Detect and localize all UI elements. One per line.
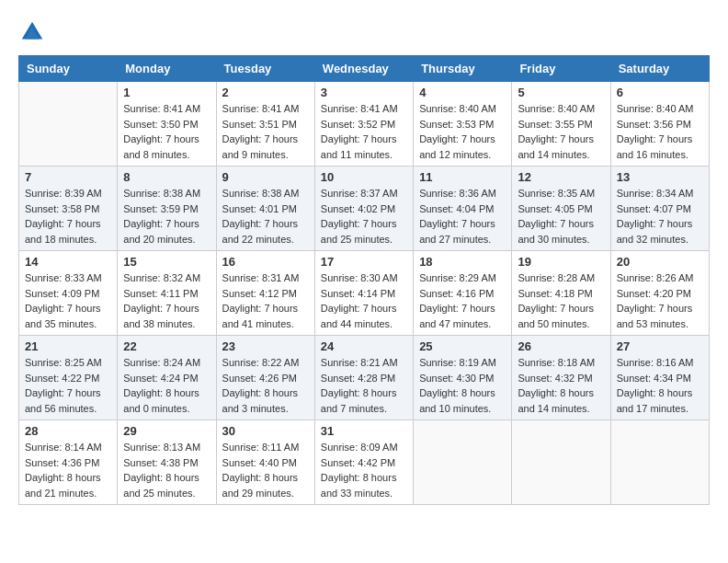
day-number: 12 — [518, 170, 604, 184]
day-info: Sunrise: 8:35 AMSunset: 4:05 PMDaylight:… — [518, 186, 604, 247]
day-number: 19 — [518, 255, 604, 269]
day-number: 11 — [419, 170, 506, 184]
calendar-cell: 27Sunrise: 8:16 AMSunset: 4:34 PMDayligh… — [610, 336, 709, 420]
day-info: Sunrise: 8:40 AMSunset: 3:55 PMDaylight:… — [518, 101, 604, 162]
day-info: Sunrise: 8:31 AMSunset: 4:12 PMDaylight:… — [222, 270, 309, 331]
calendar-cell: 21Sunrise: 8:25 AMSunset: 4:22 PMDayligh… — [19, 336, 118, 420]
day-number: 24 — [321, 339, 407, 353]
day-number: 15 — [123, 255, 210, 269]
calendar-cell: 22Sunrise: 8:24 AMSunset: 4:24 PMDayligh… — [118, 336, 216, 420]
calendar-cell: 23Sunrise: 8:22 AMSunset: 4:26 PMDayligh… — [216, 336, 314, 420]
day-info: Sunrise: 8:41 AMSunset: 3:50 PMDaylight:… — [123, 101, 210, 162]
calendar-cell: 6Sunrise: 8:40 AMSunset: 3:56 PMDaylight… — [610, 82, 709, 167]
day-number: 29 — [123, 424, 210, 438]
day-info: Sunrise: 8:25 AMSunset: 4:22 PMDaylight:… — [25, 355, 111, 416]
day-number: 10 — [321, 170, 407, 184]
calendar-cell: 12Sunrise: 8:35 AMSunset: 4:05 PMDayligh… — [512, 167, 610, 251]
calendar-week-row: 21Sunrise: 8:25 AMSunset: 4:22 PMDayligh… — [19, 336, 710, 420]
calendar-cell: 13Sunrise: 8:34 AMSunset: 4:07 PMDayligh… — [610, 167, 709, 251]
calendar-cell: 29Sunrise: 8:13 AMSunset: 4:38 PMDayligh… — [118, 420, 216, 505]
day-number: 9 — [222, 170, 309, 184]
day-info: Sunrise: 8:36 AMSunset: 4:04 PMDaylight:… — [419, 186, 506, 247]
day-number: 28 — [25, 424, 111, 438]
day-of-week-thursday: Thursday — [414, 56, 512, 82]
day-number: 17 — [321, 255, 407, 269]
day-number: 21 — [25, 339, 111, 353]
calendar-week-row: 14Sunrise: 8:33 AMSunset: 4:09 PMDayligh… — [19, 251, 710, 336]
calendar-cell: 2Sunrise: 8:41 AMSunset: 3:51 PMDaylight… — [216, 82, 314, 167]
day-number: 5 — [518, 86, 604, 99]
day-number: 3 — [321, 86, 407, 99]
day-number: 1 — [123, 86, 210, 99]
day-number: 18 — [419, 255, 506, 269]
calendar-cell: 11Sunrise: 8:36 AMSunset: 4:04 PMDayligh… — [414, 167, 512, 251]
day-of-week-wednesday: Wednesday — [314, 56, 413, 82]
day-number: 23 — [222, 339, 309, 353]
calendar-cell: 31Sunrise: 8:09 AMSunset: 4:42 PMDayligh… — [314, 420, 413, 505]
calendar-week-row: 28Sunrise: 8:14 AMSunset: 4:36 PMDayligh… — [19, 420, 710, 505]
day-number: 2 — [222, 86, 309, 99]
day-info: Sunrise: 8:13 AMSunset: 4:38 PMDaylight:… — [123, 440, 210, 500]
day-number: 7 — [25, 170, 111, 184]
day-info: Sunrise: 8:34 AMSunset: 4:07 PMDaylight:… — [617, 186, 703, 247]
day-info: Sunrise: 8:09 AMSunset: 4:42 PMDaylight:… — [321, 440, 407, 500]
day-of-week-saturday: Saturday — [610, 56, 709, 82]
day-info: Sunrise: 8:38 AMSunset: 4:01 PMDaylight:… — [222, 186, 309, 247]
calendar-cell: 8Sunrise: 8:38 AMSunset: 3:59 PMDaylight… — [118, 167, 216, 251]
day-info: Sunrise: 8:16 AMSunset: 4:34 PMDaylight:… — [617, 355, 703, 416]
calendar-cell: 15Sunrise: 8:32 AMSunset: 4:11 PMDayligh… — [118, 251, 216, 336]
calendar-cell: 24Sunrise: 8:21 AMSunset: 4:28 PMDayligh… — [314, 336, 413, 420]
day-of-week-friday: Friday — [512, 56, 610, 82]
calendar-cell: 19Sunrise: 8:28 AMSunset: 4:18 PMDayligh… — [512, 251, 610, 336]
page-header — [18, 18, 710, 46]
calendar-cell: 10Sunrise: 8:37 AMSunset: 4:02 PMDayligh… — [314, 167, 413, 251]
day-number: 26 — [518, 339, 604, 353]
calendar-cell: 26Sunrise: 8:18 AMSunset: 4:32 PMDayligh… — [512, 336, 610, 420]
day-info: Sunrise: 8:19 AMSunset: 4:30 PMDaylight:… — [419, 355, 506, 416]
day-number: 6 — [617, 86, 703, 99]
day-info: Sunrise: 8:26 AMSunset: 4:20 PMDaylight:… — [617, 270, 703, 331]
logo-icon — [18, 18, 46, 46]
calendar-cell — [512, 420, 610, 505]
calendar-cell: 20Sunrise: 8:26 AMSunset: 4:20 PMDayligh… — [610, 251, 709, 336]
day-number: 16 — [222, 255, 309, 269]
day-info: Sunrise: 8:11 AMSunset: 4:40 PMDaylight:… — [222, 440, 309, 500]
day-info: Sunrise: 8:33 AMSunset: 4:09 PMDaylight:… — [25, 270, 111, 331]
calendar-cell: 30Sunrise: 8:11 AMSunset: 4:40 PMDayligh… — [216, 420, 314, 505]
calendar-cell: 9Sunrise: 8:38 AMSunset: 4:01 PMDaylight… — [216, 167, 314, 251]
calendar-cell: 16Sunrise: 8:31 AMSunset: 4:12 PMDayligh… — [216, 251, 314, 336]
day-number: 27 — [617, 339, 703, 353]
day-info: Sunrise: 8:18 AMSunset: 4:32 PMDaylight:… — [518, 355, 604, 416]
day-of-week-sunday: Sunday — [19, 56, 118, 82]
day-info: Sunrise: 8:38 AMSunset: 3:59 PMDaylight:… — [123, 186, 210, 247]
day-info: Sunrise: 8:22 AMSunset: 4:26 PMDaylight:… — [222, 355, 309, 416]
day-info: Sunrise: 8:41 AMSunset: 3:51 PMDaylight:… — [222, 101, 309, 162]
calendar-cell: 18Sunrise: 8:29 AMSunset: 4:16 PMDayligh… — [414, 251, 512, 336]
calendar-cell: 14Sunrise: 8:33 AMSunset: 4:09 PMDayligh… — [19, 251, 118, 336]
calendar-cell — [414, 420, 512, 505]
day-number: 25 — [419, 339, 506, 353]
day-info: Sunrise: 8:29 AMSunset: 4:16 PMDaylight:… — [419, 270, 506, 331]
logo — [18, 18, 48, 46]
day-info: Sunrise: 8:40 AMSunset: 3:53 PMDaylight:… — [419, 101, 506, 162]
day-info: Sunrise: 8:21 AMSunset: 4:28 PMDaylight:… — [321, 355, 407, 416]
calendar-table: SundayMondayTuesdayWednesdayThursdayFrid… — [18, 55, 710, 505]
calendar-cell: 25Sunrise: 8:19 AMSunset: 4:30 PMDayligh… — [414, 336, 512, 420]
day-info: Sunrise: 8:28 AMSunset: 4:18 PMDaylight:… — [518, 270, 604, 331]
day-number: 8 — [123, 170, 210, 184]
calendar-header-row: SundayMondayTuesdayWednesdayThursdayFrid… — [19, 56, 710, 82]
calendar-cell: 4Sunrise: 8:40 AMSunset: 3:53 PMDaylight… — [414, 82, 512, 167]
day-number: 14 — [25, 255, 111, 269]
day-info: Sunrise: 8:14 AMSunset: 4:36 PMDaylight:… — [25, 440, 111, 500]
day-number: 31 — [321, 424, 407, 438]
calendar-week-row: 1Sunrise: 8:41 AMSunset: 3:50 PMDaylight… — [19, 82, 710, 167]
day-number: 22 — [123, 339, 210, 353]
day-info: Sunrise: 8:39 AMSunset: 3:58 PMDaylight:… — [25, 186, 111, 247]
calendar-cell — [610, 420, 709, 505]
day-info: Sunrise: 8:32 AMSunset: 4:11 PMDaylight:… — [123, 270, 210, 331]
day-of-week-monday: Monday — [118, 56, 216, 82]
calendar-cell — [19, 82, 118, 167]
day-number: 30 — [222, 424, 309, 438]
calendar-cell: 3Sunrise: 8:41 AMSunset: 3:52 PMDaylight… — [314, 82, 413, 167]
day-info: Sunrise: 8:40 AMSunset: 3:56 PMDaylight:… — [617, 101, 703, 162]
